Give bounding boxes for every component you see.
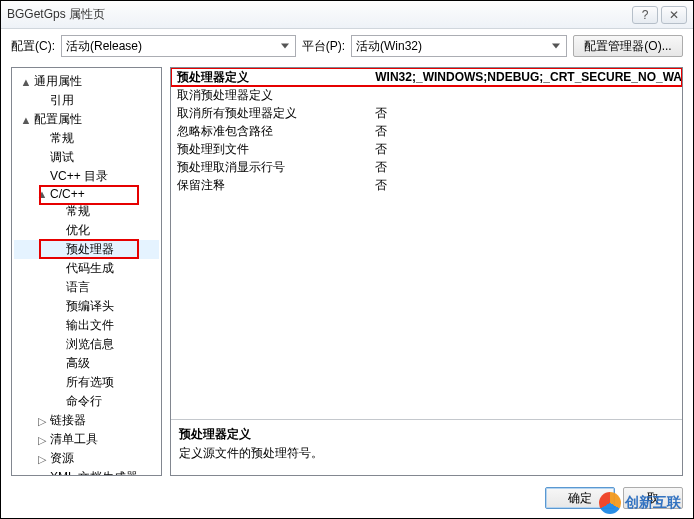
expander-icon[interactable]: ▷ xyxy=(36,415,48,427)
property-grid-panel: 预处理器定义WIN32;_WINDOWS;NDEBUG;_CRT_SECURE_… xyxy=(170,67,683,476)
property-value[interactable]: WIN32;_WINDOWS;NDEBUG;_CRT_SECURE_NO_WA xyxy=(371,70,682,84)
expander-spacer xyxy=(52,244,64,256)
tree-item[interactable]: 常规 xyxy=(14,129,159,148)
expander-spacer xyxy=(36,171,48,183)
property-value[interactable]: 否 xyxy=(371,177,682,194)
expander-spacer xyxy=(36,152,48,164)
expander-spacer xyxy=(52,377,64,389)
tree-item[interactable]: 预编译头 xyxy=(14,297,159,316)
tree-item[interactable]: 优化 xyxy=(14,221,159,240)
cancel-button[interactable]: 取 xyxy=(623,487,683,509)
tree-item-label: 所有选项 xyxy=(66,374,114,391)
expander-icon[interactable]: ▲ xyxy=(20,76,32,88)
expander-icon[interactable]: ▲ xyxy=(20,114,32,126)
tree-item[interactable]: 高级 xyxy=(14,354,159,373)
close-button[interactable]: ✕ xyxy=(661,6,687,24)
tree-item[interactable]: 浏览信息 xyxy=(14,335,159,354)
property-grid[interactable]: 预处理器定义WIN32;_WINDOWS;NDEBUG;_CRT_SECURE_… xyxy=(171,68,682,419)
description-title: 预处理器定义 xyxy=(179,426,674,443)
expander-spacer xyxy=(52,263,64,275)
tree-item-label: 代码生成 xyxy=(66,260,114,277)
tree-item-label: 语言 xyxy=(66,279,90,296)
expander-spacer xyxy=(52,282,64,294)
property-label: 取消所有预处理器定义 xyxy=(171,105,371,122)
tree-item[interactable]: ▷资源 xyxy=(14,449,159,468)
expander-spacer xyxy=(52,339,64,351)
tree-item[interactable]: ▷链接器 xyxy=(14,411,159,430)
tree-item-label: 高级 xyxy=(66,355,90,372)
property-row[interactable]: 忽略标准包含路径否 xyxy=(171,122,682,140)
property-row[interactable]: 预处理取消显示行号否 xyxy=(171,158,682,176)
description-body: 定义源文件的预处理符号。 xyxy=(179,445,674,462)
expander-spacer xyxy=(52,320,64,332)
tree-item[interactable]: 输出文件 xyxy=(14,316,159,335)
property-row[interactable]: 预处理到文件否 xyxy=(171,140,682,158)
expander-spacer xyxy=(52,206,64,218)
platform-label: 平台(P): xyxy=(302,38,345,55)
tree-item[interactable]: ▷清单工具 xyxy=(14,430,159,449)
tree-item[interactable]: 语言 xyxy=(14,278,159,297)
config-manager-button[interactable]: 配置管理器(O)... xyxy=(573,35,683,57)
expander-spacer xyxy=(52,301,64,313)
property-label: 预处理到文件 xyxy=(171,141,371,158)
tree-item[interactable]: 调试 xyxy=(14,148,159,167)
tree-item-label: C/C++ xyxy=(50,187,85,201)
tree-item-label: 通用属性 xyxy=(34,73,82,90)
ok-button[interactable]: 确定 xyxy=(545,487,615,509)
config-combo[interactable]: 活动(Release) xyxy=(61,35,296,57)
tree-item[interactable]: ▲配置属性 xyxy=(14,110,159,129)
help-button[interactable]: ? xyxy=(632,6,658,24)
config-toolbar: 配置(C): 活动(Release) 平台(P): 活动(Win32) 配置管理… xyxy=(1,29,693,63)
tree-item-label: 引用 xyxy=(50,92,74,109)
tree-item-label: 预处理器 xyxy=(66,241,114,258)
property-row[interactable]: 预处理器定义WIN32;_WINDOWS;NDEBUG;_CRT_SECURE_… xyxy=(171,68,682,86)
tree-item[interactable]: ▷XML 文档生成器 xyxy=(14,468,159,476)
property-row[interactable]: 取消所有预处理器定义否 xyxy=(171,104,682,122)
tree-item-label: 常规 xyxy=(66,203,90,220)
expander-icon[interactable]: ▲ xyxy=(36,188,48,200)
tree-item[interactable]: 代码生成 xyxy=(14,259,159,278)
tree-item-label: 优化 xyxy=(66,222,90,239)
dialog-footer: 确定 取 xyxy=(545,482,683,514)
tree-item-label: 预编译头 xyxy=(66,298,114,315)
tree-item[interactable]: 预处理器 xyxy=(14,240,159,259)
title-bar: BGGetGps 属性页 ? ✕ xyxy=(1,1,693,29)
tree-panel[interactable]: ▲通用属性引用▲配置属性常规调试VC++ 目录▲C/C++常规优化预处理器代码生… xyxy=(11,67,162,476)
platform-combo[interactable]: 活动(Win32) xyxy=(351,35,567,57)
tree-item-label: 输出文件 xyxy=(66,317,114,334)
window-title: BGGetGps 属性页 xyxy=(7,6,629,23)
property-value[interactable]: 否 xyxy=(371,123,682,140)
chevron-down-icon xyxy=(548,38,564,54)
tree-item-label: 配置属性 xyxy=(34,111,82,128)
expander-icon[interactable]: ▷ xyxy=(36,434,48,446)
property-row[interactable]: 保留注释否 xyxy=(171,176,682,194)
expander-spacer xyxy=(52,358,64,370)
property-label: 忽略标准包含路径 xyxy=(171,123,371,140)
expander-spacer xyxy=(36,133,48,145)
tree-item-label: VC++ 目录 xyxy=(50,168,108,185)
tree-item[interactable]: ▲C/C++ xyxy=(14,186,159,202)
tree-item[interactable]: 引用 xyxy=(14,91,159,110)
tree-item-label: 常规 xyxy=(50,130,74,147)
property-label: 取消预处理器定义 xyxy=(171,87,371,104)
property-value[interactable]: 否 xyxy=(371,105,682,122)
property-label: 预处理器定义 xyxy=(171,69,371,86)
tree-item[interactable]: 常规 xyxy=(14,202,159,221)
expander-spacer xyxy=(52,225,64,237)
property-row[interactable]: 取消预处理器定义 xyxy=(171,86,682,104)
description-panel: 预处理器定义 定义源文件的预处理符号。 xyxy=(171,419,682,475)
tree-item[interactable]: 命令行 xyxy=(14,392,159,411)
tree-item-label: 命令行 xyxy=(66,393,102,410)
expander-icon[interactable]: ▷ xyxy=(36,453,48,465)
nav-tree: ▲通用属性引用▲配置属性常规调试VC++ 目录▲C/C++常规优化预处理器代码生… xyxy=(14,72,159,476)
tree-item[interactable]: 所有选项 xyxy=(14,373,159,392)
property-value[interactable]: 否 xyxy=(371,159,682,176)
expander-icon[interactable]: ▷ xyxy=(36,472,48,477)
tree-item[interactable]: VC++ 目录 xyxy=(14,167,159,186)
tree-item[interactable]: ▲通用属性 xyxy=(14,72,159,91)
tree-item-label: 资源 xyxy=(50,450,74,467)
property-value[interactable]: 否 xyxy=(371,141,682,158)
property-label: 预处理取消显示行号 xyxy=(171,159,371,176)
chevron-down-icon xyxy=(277,38,293,54)
expander-spacer xyxy=(52,396,64,408)
